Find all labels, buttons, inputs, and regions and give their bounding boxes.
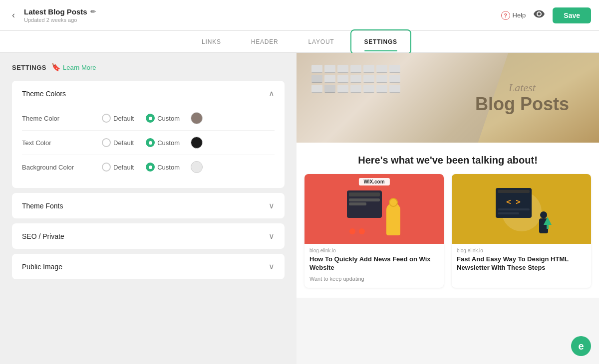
blog-card-1: WIX.com — [304, 174, 444, 288]
screen-dark-1 — [347, 190, 382, 218]
help-button[interactable]: ? Help — [501, 11, 526, 20]
key — [311, 75, 322, 83]
eye-icon — [534, 10, 545, 18]
default-label-2: Default — [113, 139, 134, 147]
theme-color-options: Default Custom — [102, 112, 275, 124]
radio-inner-2 — [149, 141, 152, 145]
settings-title: SETTINGS — [12, 64, 46, 71]
chevron-down-icon-public: ∨ — [269, 262, 275, 271]
keyboard-area — [297, 53, 463, 143]
page-title-text: Latest Blog Posts — [24, 7, 87, 16]
tab-header[interactable]: HEADER — [251, 33, 279, 50]
theme-fonts-header[interactable]: Theme Fonts ∨ — [12, 193, 285, 218]
key — [363, 65, 374, 73]
bg-color-swatch[interactable] — [191, 161, 203, 173]
theme-color-swatch[interactable] — [191, 112, 203, 124]
text-color-swatch[interactable] — [191, 137, 203, 149]
code-line-2 — [498, 212, 519, 214]
key — [324, 65, 335, 73]
preview-scroll[interactable]: Latest Blog Posts Here's what we've been… — [297, 53, 599, 364]
preview-button[interactable] — [534, 10, 545, 20]
default-label-3: Default — [113, 164, 134, 171]
learn-more-link[interactable]: 🔖 Learn More — [51, 63, 96, 72]
back-button[interactable]: ‹ — [8, 8, 19, 22]
theme-color-custom-radio[interactable] — [146, 114, 155, 123]
key — [311, 85, 322, 93]
person-yellow — [386, 203, 400, 235]
key — [363, 85, 374, 93]
topbar-left: ‹ Latest Blog Posts ✏ Updated 2 weeks ag… — [8, 7, 96, 23]
preview-tagline: Here's what we've been talking about! — [297, 143, 599, 174]
bg-color-custom-option[interactable]: Custom — [146, 163, 180, 172]
text-color-label: Text Color — [22, 139, 102, 147]
custom-label: Custom — [157, 115, 180, 122]
bg-color-default-option[interactable]: Default — [102, 163, 134, 172]
text-color-default-option[interactable]: Default — [102, 138, 134, 147]
learn-more-text: Learn More — [63, 64, 96, 71]
tab-settings[interactable]: SETTINGS — [364, 33, 397, 50]
code-line-1 — [498, 208, 530, 210]
bookmark-icon: 🔖 — [51, 63, 61, 72]
key — [389, 85, 400, 93]
key — [376, 85, 387, 93]
bg-color-default-radio[interactable] — [102, 163, 111, 172]
settings-header: SETTINGS 🔖 Learn More — [12, 63, 285, 72]
preview-content: Latest Blog Posts Here's what we've been… — [297, 53, 599, 298]
blog-card-2: < > — [452, 174, 591, 288]
key — [337, 75, 348, 83]
theme-colors-header[interactable]: Theme Colors ∧ — [12, 81, 285, 106]
code-screen-2: < > — [496, 188, 532, 218]
theme-color-custom-option[interactable]: Custom — [146, 114, 180, 123]
bg-color-row: Background Color Default Custom — [22, 155, 275, 179]
code-line-header — [498, 190, 530, 193]
card-2-illustration: < > — [492, 184, 552, 239]
theme-color-default-radio[interactable] — [102, 114, 111, 123]
wix-label-1: WIX.com — [358, 178, 389, 185]
text-color-custom-option[interactable]: Custom — [146, 138, 180, 147]
text-color-default-radio[interactable] — [102, 138, 111, 147]
edit-icon[interactable]: ✏ — [90, 8, 96, 15]
theme-color-label: Theme Color — [22, 115, 102, 122]
card-1-title: How To Quickly Add News Feed on Wix Webs… — [304, 255, 444, 275]
key — [389, 75, 400, 83]
tree-top — [544, 217, 552, 225]
card-1-illustration — [344, 188, 404, 238]
bg-color-label: Background Color — [22, 164, 102, 171]
topbar: ‹ Latest Blog Posts ✏ Updated 2 weeks ag… — [0, 0, 599, 31]
radio-inner — [149, 117, 152, 120]
key — [350, 65, 361, 73]
public-image-header[interactable]: Public Image ∨ — [12, 254, 285, 279]
tree-icon — [544, 217, 552, 229]
person-head — [389, 198, 398, 207]
custom-label-3: Custom — [157, 164, 180, 171]
right-panel: Latest Blog Posts Here's what we've been… — [297, 53, 599, 364]
preview-hero: Latest Blog Posts — [297, 53, 599, 143]
screen-line-2 — [349, 198, 380, 201]
key — [324, 75, 335, 83]
public-image-accordion: Public Image ∨ — [12, 254, 285, 279]
bg-color-custom-radio[interactable] — [146, 163, 155, 172]
keyboard-visual — [297, 53, 463, 93]
key — [324, 85, 335, 93]
theme-colors-title: Theme Colors — [22, 90, 66, 98]
elink-logo: e — [571, 336, 591, 356]
save-button[interactable]: Save — [553, 7, 591, 23]
card-2-source: blog.elink.io — [452, 244, 591, 255]
seo-private-header[interactable]: SEO / Private ∨ — [12, 223, 285, 249]
main-content: SETTINGS 🔖 Learn More Theme Colors ∧ The… — [0, 53, 599, 364]
page-title: Latest Blog Posts ✏ — [24, 7, 96, 16]
key — [350, 75, 361, 83]
card-1-source: blog.elink.io — [304, 244, 444, 255]
custom-label-2: Custom — [157, 139, 180, 147]
radio-inner-3 — [149, 166, 152, 169]
tab-links[interactable]: LINKS — [202, 33, 221, 50]
tab-layout[interactable]: LAYOUT — [308, 33, 334, 50]
hero-text-block: Latest Blog Posts — [475, 81, 569, 114]
text-color-custom-radio[interactable] — [146, 138, 155, 147]
key — [363, 75, 374, 83]
page-subtitle: Updated 2 weeks ago — [24, 17, 96, 23]
screen-line-1 — [349, 192, 380, 196]
seo-private-accordion: SEO / Private ∨ — [12, 223, 285, 249]
tabbar: LINKS HEADER LAYOUT SETTINGS — [0, 31, 599, 53]
theme-color-default-option[interactable]: Default — [102, 114, 134, 123]
